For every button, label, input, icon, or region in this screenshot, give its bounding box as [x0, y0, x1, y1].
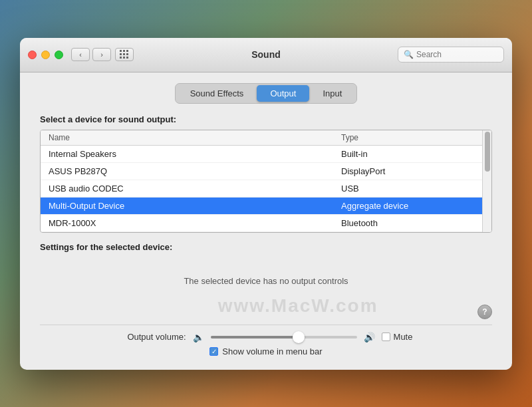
device-type: Built-in [341, 149, 474, 159]
volume-label: Output volume: [120, 332, 186, 342]
device-list-title: Select a device for sound output: [40, 114, 492, 124]
grid-view-button[interactable] [115, 48, 134, 61]
device-row[interactable]: USB audio CODEC USB [41, 180, 482, 198]
mute-label: Mute [394, 332, 413, 342]
window-title: Sound [251, 49, 281, 60]
help-btn-area: ? [40, 305, 492, 319]
slider-fill [211, 336, 299, 339]
slider-thumb[interactable] [293, 331, 305, 343]
device-name: Internal Speakers [49, 149, 341, 159]
volume-high-icon: 🔊 [364, 332, 375, 342]
volume-row: Output volume: 🔈 🔊 Mute [40, 332, 492, 342]
volume-slider[interactable] [211, 336, 357, 339]
mute-area: Mute [382, 332, 413, 342]
tab-input[interactable]: Input [309, 85, 355, 102]
settings-title: Settings for the selected device: [40, 242, 492, 252]
settings-section: Settings for the selected device: The se… [40, 242, 492, 319]
scroll-thumb[interactable] [485, 132, 490, 172]
close-button[interactable] [28, 51, 37, 59]
grid-icon [120, 50, 129, 59]
device-type: Aggregate device [341, 201, 474, 211]
nav-buttons: ‹ › [71, 48, 111, 61]
minimize-button[interactable] [41, 51, 50, 59]
tab-group: Sound Effects Output Input [175, 83, 358, 104]
device-table: Name Type Internal Speakers Built-in ASU… [40, 130, 492, 233]
show-volume-label: Show volume in menu bar [222, 346, 322, 356]
no-controls-message: The selected device has no output contro… [40, 256, 492, 299]
device-row[interactable]: MDR-1000X Bluetooth [41, 215, 482, 232]
mute-checkbox[interactable] [382, 333, 390, 341]
device-name: USB audio CODEC [49, 184, 341, 194]
volume-low-icon: 🔈 [193, 332, 204, 342]
traffic-lights [28, 51, 63, 59]
system-preferences-window: ‹ › Sound 🔍 Sound Effects [20, 38, 512, 370]
col-name-header: Name [49, 133, 341, 142]
device-row[interactable]: Internal Speakers Built-in [41, 146, 482, 163]
device-type: Bluetooth [341, 218, 474, 228]
search-box[interactable]: 🔍 [398, 47, 504, 63]
device-row-selected[interactable]: Multi-Output Device Aggregate device [41, 198, 482, 215]
tab-output[interactable]: Output [257, 85, 309, 102]
table-content: Name Type Internal Speakers Built-in ASU… [41, 130, 482, 232]
device-name: Multi-Output Device [49, 201, 341, 211]
table-header: Name Type [41, 130, 482, 146]
col-type-header: Type [341, 133, 474, 142]
device-name: MDR-1000X [49, 218, 341, 228]
show-volume-checkbox[interactable]: ✓ [209, 347, 218, 356]
search-input[interactable] [416, 50, 498, 59]
device-type: DisplayPort [341, 166, 474, 176]
tab-sound-effects[interactable]: Sound Effects [177, 85, 257, 102]
help-button[interactable]: ? [477, 305, 492, 319]
device-type: USB [341, 184, 474, 194]
bottom-controls: Output volume: 🔈 🔊 Mute ✓ Show volume in… [40, 325, 492, 356]
device-name: ASUS PB287Q [49, 166, 341, 176]
content-area: Sound Effects Output Input Select a devi… [20, 72, 512, 370]
forward-button[interactable]: › [92, 48, 111, 61]
show-volume-row: ✓ Show volume in menu bar [209, 346, 322, 356]
back-button[interactable]: ‹ [71, 48, 90, 61]
search-icon: 🔍 [404, 50, 414, 59]
scrollbar[interactable] [482, 130, 491, 232]
maximize-button[interactable] [55, 51, 63, 59]
back-icon: ‹ [79, 51, 82, 59]
forward-icon: › [100, 51, 103, 59]
tabs-container: Sound Effects Output Input [40, 83, 492, 104]
titlebar: ‹ › Sound 🔍 [20, 38, 512, 72]
device-row[interactable]: ASUS PB287Q DisplayPort [41, 163, 482, 180]
table-with-scroll: Name Type Internal Speakers Built-in ASU… [41, 130, 491, 232]
